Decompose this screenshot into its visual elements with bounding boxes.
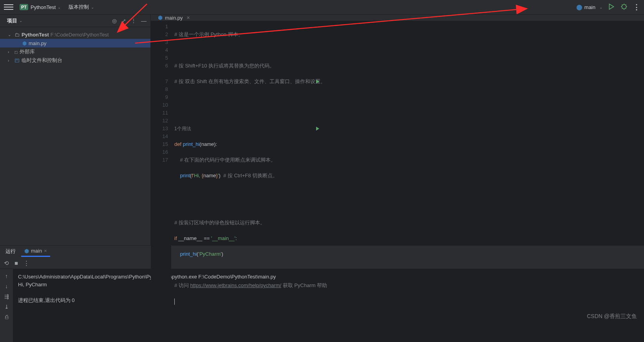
run-config-name: main xyxy=(584,4,595,10)
locate-icon[interactable]: ◎ xyxy=(112,18,117,24)
project-sidebar: 项目 ⌄ ◎ ⤢ ⋮ — ⌄ 🗀 PythonTest F:\CodeDemo\… xyxy=(0,15,151,245)
print-icon[interactable]: ⎙ xyxy=(5,314,8,320)
soft-wrap-icon[interactable]: ⇶ xyxy=(4,293,9,300)
top-bar: PT PythonTest ⌄ 版本控制 ⌄ ⬤ main ⌄ ⋮ xyxy=(0,0,644,15)
file-name: main.py xyxy=(29,40,47,46)
scratches-label: 临时文件和控制台 xyxy=(22,57,62,64)
more-actions-icon[interactable]: ⋮ xyxy=(633,3,640,11)
run-config-selector[interactable]: ⬤ main ⌄ xyxy=(576,4,602,10)
code-editor[interactable]: 1234567891011121314151617 # 这是一个示例 Pytho… xyxy=(151,21,644,321)
python-icon: ⬢ xyxy=(24,248,29,254)
more-console-icon[interactable]: ⋮ xyxy=(24,260,29,267)
watermark: CSDN @香煎三文鱼 xyxy=(587,313,637,320)
close-tab-icon[interactable]: × xyxy=(187,15,190,21)
chevron-down-icon: ⌄ xyxy=(8,33,13,37)
project-name[interactable]: PythonTest xyxy=(31,4,56,10)
run-button[interactable] xyxy=(608,3,615,11)
chevron-down-icon[interactable]: ⌄ xyxy=(91,5,94,9)
tree-external-libs[interactable]: › ⏍ 外部库 xyxy=(0,47,150,56)
project-tree: ⌄ 🗀 PythonTest F:\CodeDemo\PythonTest ⬢ … xyxy=(0,27,150,68)
chevron-down-icon[interactable]: ⌄ xyxy=(19,18,22,23)
python-file-icon: ⬢ xyxy=(158,15,163,21)
line-gutter: 1234567891011121314151617 xyxy=(151,21,171,321)
source-code[interactable]: # 这是一个示例 Python 脚本。 # 按 Shift+F10 执行或将其替… xyxy=(171,21,327,321)
folder-icon: 🗀 xyxy=(14,32,20,38)
tree-scratches[interactable]: › ⮹ 临时文件和控制台 xyxy=(0,56,150,65)
chevron-down-icon[interactable]: ⌄ xyxy=(58,5,61,9)
project-badge[interactable]: PT xyxy=(20,4,28,10)
editor-tabs: ⬢ main.py × xyxy=(151,15,644,21)
chevron-down-icon: ⌄ xyxy=(599,5,602,9)
run-tab-main[interactable]: ⬢ main × xyxy=(21,246,50,257)
tree-root[interactable]: ⌄ 🗀 PythonTest F:\CodeDemo\PythonTest xyxy=(0,30,150,39)
console-side-toolbar: ↑ ↓ ⇶ ⤓ ⎙ xyxy=(0,269,13,342)
collapse-icon[interactable]: ⋮ xyxy=(131,18,136,24)
python-file-icon: ⬢ xyxy=(22,40,27,46)
vcs-menu[interactable]: 版本控制 xyxy=(69,4,89,11)
gutter-icons xyxy=(315,21,321,133)
project-root-path: F:\CodeDemo\PythonTest xyxy=(51,32,109,38)
tab-title: main.py xyxy=(165,15,183,21)
scroll-end-icon[interactable]: ⤓ xyxy=(4,304,9,310)
usage-inlay[interactable]: 1个用法 xyxy=(174,126,191,131)
scroll-up-icon[interactable]: ↑ xyxy=(5,273,8,279)
editor-tab-main[interactable]: ⬢ main.py × xyxy=(155,15,193,21)
debug-button[interactable] xyxy=(620,3,628,11)
tree-file-main[interactable]: ⬢ main.py xyxy=(0,39,150,47)
scratch-icon: ⮹ xyxy=(14,58,20,64)
library-icon: ⏍ xyxy=(14,49,18,55)
sidebar-header: 项目 ⌄ ◎ ⤢ ⋮ — xyxy=(0,15,150,27)
run-tab-name: main xyxy=(31,248,42,254)
rerun-icon[interactable]: ⟲ xyxy=(4,260,9,267)
chevron-right-icon: › xyxy=(8,58,13,63)
editor-area: ⬢ main.py × 1234567891011121314151617 # … xyxy=(151,15,644,245)
external-libs-label: 外部库 xyxy=(20,48,35,55)
text-cursor xyxy=(174,298,175,305)
hide-icon[interactable]: — xyxy=(141,18,147,24)
main-menu-icon[interactable] xyxy=(4,2,13,12)
stop-icon[interactable]: ■ xyxy=(14,260,18,266)
chevron-right-icon: › xyxy=(8,50,13,54)
scroll-down-icon[interactable]: ↓ xyxy=(5,283,8,289)
run-gutter-icon[interactable] xyxy=(315,78,321,86)
run-tool-label[interactable]: 运行 xyxy=(5,248,16,255)
close-run-tab-icon[interactable]: × xyxy=(44,248,47,254)
expand-icon[interactable]: ⤢ xyxy=(121,18,126,24)
python-icon: ⬤ xyxy=(576,4,582,10)
run-gutter-icon[interactable] xyxy=(315,125,321,133)
sidebar-title: 项目 xyxy=(7,17,17,24)
project-root-name: PythonTest xyxy=(22,32,49,38)
